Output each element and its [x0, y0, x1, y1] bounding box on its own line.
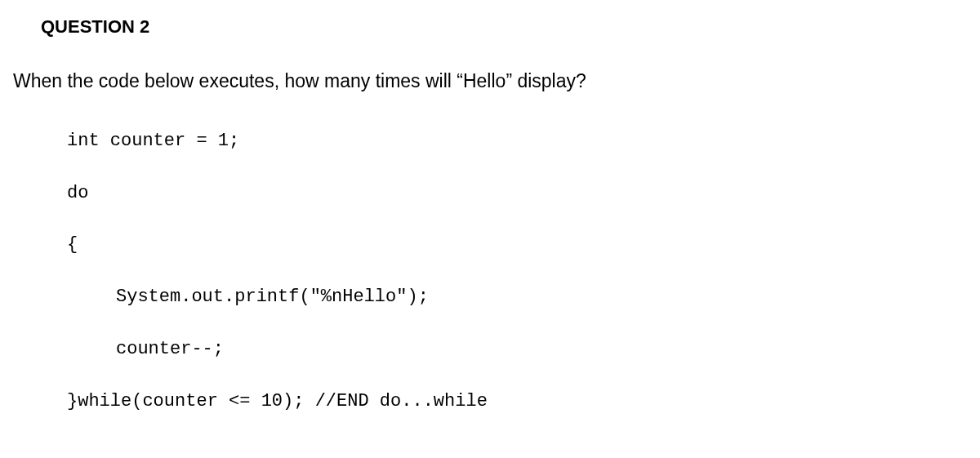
- code-line: do: [67, 180, 980, 207]
- option-a[interactable]: a. 10: [26, 456, 980, 458]
- code-line: int counter = 1;: [67, 128, 980, 154]
- code-line: {: [67, 232, 980, 258]
- code-line: }while(counter <= 10); //END do...while: [67, 389, 980, 415]
- code-line: System.out.printf("%nHello");: [67, 284, 980, 310]
- code-line: counter--;: [67, 336, 980, 362]
- option-label: a. 10: [47, 456, 86, 458]
- answer-options: a. 10 b. 0 c. 1 d. infinite number: [0, 456, 980, 458]
- question-prompt: When the code below executes, how many t…: [0, 70, 980, 92]
- question-header: QUESTION 2: [0, 16, 980, 38]
- code-block: int counter = 1; do { System.out.printf(…: [0, 102, 980, 441]
